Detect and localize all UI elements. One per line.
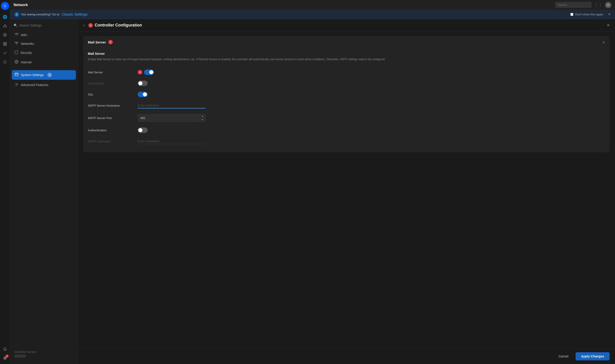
icon-bar: U 🌐: [0, 0, 10, 364]
mail-server-section-badge: 4: [108, 40, 113, 44]
svg-rect-9: [3, 44, 5, 46]
grid-icon[interactable]: [1, 40, 9, 48]
authentication-field-control: [138, 128, 148, 133]
apply-changes-button[interactable]: Apply Changes: [576, 352, 610, 360]
smtp-hostname-field-label: SMTP Server Hostname: [88, 104, 138, 107]
smtp-username-field-row: SMTP Username: [88, 136, 605, 147]
dont-show-checkbox[interactable]: [570, 13, 573, 16]
mail-server-subsection-desc: Enable Mail Server to make use of Forgot…: [88, 57, 605, 61]
info-icon: i: [14, 12, 19, 17]
smtp-port-up-button[interactable]: ▲: [199, 114, 205, 118]
mail-server-section-body: Mail Server Enable Mail Server to make u…: [83, 48, 610, 152]
smtp-port-field-label: SMTP Server Port: [88, 116, 138, 120]
sidebar-item-system-settings-label: System Settings: [21, 73, 44, 77]
ssl-toggle[interactable]: [138, 92, 148, 97]
topology-icon[interactable]: [1, 22, 9, 30]
controller-version-label: Controller Version: [14, 351, 73, 354]
banner-close-icon[interactable]: ×: [608, 12, 611, 17]
authentication-toggle[interactable]: [138, 128, 148, 133]
ssl-field-label: SSL: [88, 93, 138, 96]
smtp-username-input[interactable]: [138, 139, 206, 144]
cancel-button[interactable]: Cancel: [554, 352, 573, 360]
info-banner: i Not seeing everything? Go to Classic S…: [10, 10, 615, 19]
svg-rect-16: [17, 42, 18, 43]
mail-server-section-chevron: ∧: [602, 40, 605, 44]
authentication-field-label: Authentication: [88, 129, 138, 132]
networks-icon: [14, 42, 19, 46]
authentication-toggle-knob: [138, 128, 143, 132]
settings-icon[interactable]: 1: [1, 354, 9, 362]
cloud-email-field-row: Cloud Email: [88, 78, 605, 89]
svg-point-27: [16, 84, 17, 85]
panel-header: ‹ 3 Controller Configuration ×: [78, 19, 615, 32]
sidebar: 🔍 WiFi: [10, 19, 78, 364]
panel-close-button[interactable]: ×: [607, 23, 610, 28]
sidebar-item-networks-label: Networks: [21, 42, 34, 46]
mail-server-toggle-knob: [149, 70, 153, 74]
mail-server-section-header[interactable]: Mail Server 4 ∧: [83, 36, 610, 48]
smtp-port-field-control: ▲ ▼: [138, 114, 206, 122]
app-logo[interactable]: U: [1, 2, 9, 10]
mail-server-section: Mail Server 4 ∧ Mail Server Enable Mail …: [83, 36, 610, 152]
panel-title: Controller Configuration: [95, 23, 142, 28]
svg-rect-8: [5, 42, 7, 44]
circle-stats-icon[interactable]: [1, 31, 9, 39]
classic-settings-link[interactable]: Classic Settings: [62, 13, 87, 16]
back-button[interactable]: ‹: [83, 23, 85, 28]
mail-server-section-title: Mail Server: [88, 40, 106, 44]
sidebar-item-security-label: Security: [20, 51, 32, 54]
sidebar-search-icon: 🔍: [13, 24, 17, 27]
sidebar-item-wifi[interactable]: WiFi: [10, 31, 78, 39]
system-settings-badge: 2: [47, 73, 52, 77]
svg-point-5: [3, 33, 7, 37]
svg-point-1: [3, 26, 4, 27]
svg-point-13: [608, 4, 609, 5]
cloud-email-toggle[interactable]: [138, 81, 148, 86]
mail-server-subsection-title: Mail Server: [88, 52, 605, 55]
svg-rect-7: [3, 42, 5, 44]
svg-rect-14: [15, 42, 16, 43]
svg-point-25: [15, 73, 16, 74]
sidebar-item-networks[interactable]: Networks: [10, 39, 78, 48]
sidebar-item-internet[interactable]: Internet: [10, 57, 78, 67]
sidebar-item-security[interactable]: Security: [10, 48, 78, 57]
svg-line-3: [4, 25, 5, 26]
svg-point-12: [4, 357, 6, 359]
smtp-hostname-input[interactable]: [138, 103, 206, 108]
svg-rect-15: [16, 42, 17, 43]
panel-body: Mail Server 4 ∧ Mail Server Enable Mail …: [78, 32, 615, 348]
authentication-field-row: Authentication: [88, 125, 605, 136]
svg-point-26: [16, 73, 16, 74]
smtp-port-down-button[interactable]: ▼: [199, 118, 205, 122]
sidebar-search-input[interactable]: [19, 24, 74, 27]
mail-server-field-row: Mail Server 5: [88, 67, 605, 78]
home-icon[interactable]: 🌐: [1, 13, 9, 21]
controller-version-value: [14, 354, 26, 358]
notifications-icon[interactable]: [1, 345, 9, 353]
svg-point-6: [4, 34, 6, 36]
sidebar-item-wifi-label: WiFi: [21, 33, 27, 37]
dot-icon[interactable]: [1, 58, 9, 66]
cloud-email-toggle-knob: [138, 81, 143, 85]
smtp-port-input[interactable]: [138, 115, 199, 121]
mail-server-field-label: Mail Server: [88, 71, 138, 74]
ssl-toggle-knob: [143, 92, 147, 96]
cloud-email-field-control: [138, 81, 148, 86]
smtp-hostname-field-row: SMTP Server Hostname: [88, 100, 605, 111]
dont-show-label: Don't show this again: [575, 13, 603, 16]
svg-point-11: [4, 61, 6, 63]
sidebar-item-system-settings[interactable]: System Settings 2: [12, 70, 76, 80]
mail-server-toggle[interactable]: [144, 69, 154, 75]
sidebar-item-advanced-features-label: Advanced Features: [21, 83, 48, 87]
apps-grid-icon[interactable]: ⋮⋮: [594, 2, 602, 7]
top-header: Network ⋮⋮: [10, 0, 615, 10]
user-avatar[interactable]: [605, 2, 611, 8]
sidebar-item-advanced-features[interactable]: Advanced Features: [10, 80, 78, 90]
mail-server-field-control: 5: [138, 69, 154, 75]
smtp-port-field-row: SMTP Server Port ▲ ▼: [88, 111, 605, 125]
chart-icon[interactable]: [1, 49, 9, 57]
svg-point-2: [6, 26, 7, 27]
wifi-icon: [14, 33, 19, 37]
header-search-input[interactable]: [555, 2, 591, 8]
advanced-features-icon: [14, 82, 19, 87]
